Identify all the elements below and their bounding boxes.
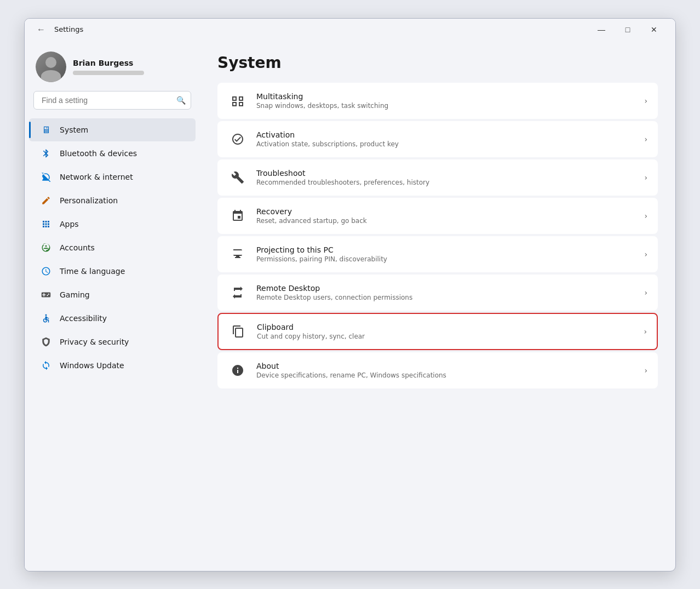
projecting-icon: [228, 244, 248, 264]
gaming-icon: [40, 289, 52, 301]
setting-remote-desktop-text: Remote Desktop Remote Desktop users, con…: [256, 284, 635, 301]
setting-remote-desktop-title: Remote Desktop: [256, 284, 635, 293]
chevron-icon: ›: [644, 211, 647, 220]
setting-activation[interactable]: Activation Activation state, subscriptio…: [217, 121, 658, 157]
sidebar-item-label-system: System: [60, 125, 88, 134]
network-icon: [40, 171, 52, 183]
sidebar-item-label-privacy: Privacy & security: [60, 338, 129, 346]
setting-multitasking-text: Multitasking Snap windows, desktops, tas…: [256, 92, 635, 110]
settings-list: Multitasking Snap windows, desktops, tas…: [217, 83, 658, 388]
chevron-icon: ›: [644, 327, 647, 336]
setting-projecting-title: Projecting to this PC: [256, 245, 635, 254]
sidebar-item-gaming[interactable]: Gaming: [29, 283, 196, 306]
bluetooth-icon: [40, 147, 52, 159]
setting-clipboard-desc: Cut and copy history, sync, clear: [257, 333, 635, 340]
user-email-bar: [73, 71, 144, 75]
sidebar-item-accessibility[interactable]: Accessibility: [29, 307, 196, 330]
clipboard-icon: [228, 322, 248, 341]
time-icon: [40, 265, 52, 277]
chevron-icon: ›: [644, 250, 647, 259]
search-box: 🔍: [33, 91, 191, 110]
sidebar-item-label-network: Network & internet: [60, 173, 133, 181]
setting-projecting[interactable]: Projecting to this PC Permissions, pairi…: [217, 236, 658, 272]
setting-recovery[interactable]: Recovery Reset, advanced startup, go bac…: [217, 198, 658, 234]
settings-window: ← Settings — □ ✕ Brian Burgess: [24, 18, 676, 571]
update-icon: [40, 359, 52, 371]
search-icon: 🔍: [176, 96, 186, 105]
setting-troubleshoot-title: Troubleshoot: [256, 169, 635, 178]
search-input[interactable]: [33, 91, 191, 110]
sidebar-item-apps[interactable]: Apps: [29, 213, 196, 236]
multitasking-icon: [228, 91, 248, 111]
sidebar: Brian Burgess 🔍 🖥 System: [25, 41, 200, 571]
setting-multitasking-desc: Snap windows, desktops, task switching: [256, 102, 635, 110]
titlebar: ← Settings — □ ✕: [25, 19, 675, 41]
setting-recovery-desc: Reset, advanced startup, go back: [256, 217, 635, 225]
avatar: [36, 52, 66, 82]
user-info: Brian Burgess: [73, 59, 189, 75]
main-content: System Multitasking Snap windows, deskto…: [200, 41, 675, 571]
sidebar-item-personalization[interactable]: Personalization: [29, 189, 196, 212]
setting-clipboard-text: Clipboard Cut and copy history, sync, cl…: [257, 323, 635, 340]
setting-about-desc: Device specifications, rename PC, Window…: [256, 371, 635, 379]
setting-recovery-title: Recovery: [256, 207, 635, 216]
setting-remote-desktop-desc: Remote Desktop users, connection permiss…: [256, 294, 635, 301]
svg-point-0: [45, 314, 47, 316]
sidebar-item-bluetooth[interactable]: Bluetooth & devices: [29, 142, 196, 165]
setting-about[interactable]: About Device specifications, rename PC, …: [217, 352, 658, 388]
page-title: System: [217, 54, 658, 72]
user-name: Brian Burgess: [73, 59, 189, 67]
setting-multitasking-title: Multitasking: [256, 92, 635, 101]
sidebar-item-label-update: Windows Update: [60, 361, 124, 370]
about-icon: [228, 361, 248, 380]
setting-multitasking[interactable]: Multitasking Snap windows, desktops, tas…: [217, 83, 658, 119]
back-button[interactable]: ←: [33, 22, 49, 37]
setting-activation-text: Activation Activation state, subscriptio…: [256, 130, 635, 148]
privacy-icon: [40, 336, 52, 348]
sidebar-item-label-gaming: Gaming: [60, 290, 90, 299]
system-icon: 🖥: [40, 124, 52, 136]
apps-icon: [40, 218, 52, 230]
personalization-icon: [40, 195, 52, 207]
titlebar-left: ← Settings: [33, 22, 83, 37]
nav-list: 🖥 System Bluetooth & devices Network & i…: [25, 118, 200, 377]
sidebar-item-label-accounts: Accounts: [60, 243, 95, 252]
user-section: Brian Burgess: [25, 47, 200, 91]
sidebar-item-update[interactable]: Windows Update: [29, 354, 196, 377]
maximize-button[interactable]: □: [615, 21, 640, 38]
avatar-image: [36, 52, 66, 82]
setting-clipboard[interactable]: Clipboard Cut and copy history, sync, cl…: [217, 313, 658, 350]
setting-about-text: About Device specifications, rename PC, …: [256, 362, 635, 379]
accounts-icon: [40, 242, 52, 254]
chevron-icon: ›: [644, 173, 647, 182]
setting-activation-title: Activation: [256, 130, 635, 139]
sidebar-item-label-personalization: Personalization: [60, 196, 118, 205]
sidebar-item-label-accessibility: Accessibility: [60, 314, 107, 323]
close-button[interactable]: ✕: [641, 21, 667, 38]
chevron-icon: ›: [644, 366, 647, 375]
titlebar-controls: — □ ✕: [589, 21, 667, 38]
chevron-icon: ›: [644, 288, 647, 297]
sidebar-item-label-bluetooth: Bluetooth & devices: [60, 149, 137, 158]
activation-icon: [228, 129, 248, 149]
sidebar-item-privacy[interactable]: Privacy & security: [29, 330, 196, 353]
sidebar-item-label-apps: Apps: [60, 220, 79, 228]
setting-troubleshoot[interactable]: Troubleshoot Recommended troubleshooters…: [217, 159, 658, 196]
chevron-icon: ›: [644, 135, 647, 144]
recovery-icon: [228, 206, 248, 226]
accessibility-icon: [40, 312, 52, 324]
titlebar-title: Settings: [54, 25, 83, 33]
setting-troubleshoot-desc: Recommended troubleshooters, preferences…: [256, 179, 635, 186]
sidebar-item-accounts[interactable]: Accounts: [29, 236, 196, 259]
setting-remote-desktop[interactable]: Remote Desktop Remote Desktop users, con…: [217, 275, 658, 311]
sidebar-item-system[interactable]: 🖥 System: [29, 118, 196, 141]
remote-desktop-icon: [228, 283, 248, 302]
minimize-button[interactable]: —: [589, 21, 614, 38]
content-area: Brian Burgess 🔍 🖥 System: [25, 41, 675, 571]
sidebar-item-label-time: Time & language: [60, 267, 125, 276]
setting-projecting-desc: Permissions, pairing PIN, discoverabilit…: [256, 255, 635, 263]
setting-about-title: About: [256, 362, 635, 370]
sidebar-item-network[interactable]: Network & internet: [29, 165, 196, 188]
sidebar-item-time[interactable]: Time & language: [29, 260, 196, 283]
setting-recovery-text: Recovery Reset, advanced startup, go bac…: [256, 207, 635, 225]
